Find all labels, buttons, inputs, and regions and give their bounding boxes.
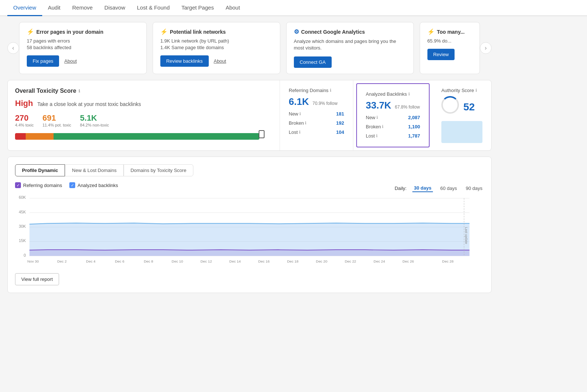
- svg-text:Last update: Last update: [464, 227, 468, 244]
- alert-card-networks: ⚡ Potential link networks 1.9K Link netw…: [153, 22, 280, 74]
- alert-about-button-0[interactable]: About: [64, 58, 77, 64]
- alerts-container: ‹ ⚡ Error pages in your domain 17 pages …: [7, 22, 492, 74]
- analyzed-broken-val: 1,100: [408, 124, 420, 129]
- alerts-scroll: ⚡ Error pages in your domain 17 pages wi…: [19, 22, 480, 74]
- nav-remove[interactable]: Remove: [66, 0, 99, 16]
- analyzed-new-val: 2,087: [408, 115, 420, 120]
- main-content: ‹ ⚡ Error pages in your domain 17 pages …: [0, 16, 499, 299]
- chart-footer: View full report: [15, 273, 484, 285]
- chart-daily-label: Daily:: [395, 186, 407, 191]
- ref-domains-follow: 70.9% follow: [313, 101, 338, 106]
- ref-broken-info-icon: ℹ: [305, 121, 306, 125]
- alert-title-networks: ⚡ Potential link networks: [160, 28, 273, 35]
- bolt-icon-3: ⚡: [427, 28, 435, 35]
- nav-disavow[interactable]: Disavow: [99, 0, 131, 16]
- svg-text:Dec 18: Dec 18: [287, 259, 299, 263]
- toxicity-title: Overall Toxicity Score ℹ: [15, 88, 272, 94]
- analyzed-lost-info-icon: ℹ: [376, 133, 378, 138]
- progress-non-toxic: [54, 133, 259, 140]
- toxicity-progress-bar: [15, 133, 259, 140]
- toxicity-panel: Overall Toxicity Score ℹ High Take a clo…: [8, 80, 280, 150]
- svg-text:15K: 15K: [19, 239, 26, 243]
- tab-new-lost-domains[interactable]: New & Lost Domains: [65, 164, 123, 176]
- progress-toxic: [15, 133, 26, 140]
- svg-text:Dec 24: Dec 24: [373, 259, 385, 263]
- legend-checkbox-blue: ✓: [69, 182, 75, 188]
- toxicity-description: Take a close look at your most toxic bac…: [37, 101, 141, 107]
- ref-domains-info-icon: ℹ: [330, 88, 331, 93]
- period-30-days[interactable]: 30 days: [412, 184, 433, 192]
- period-60-days[interactable]: 60 days: [439, 185, 459, 192]
- ref-new-info-icon: ℹ: [299, 111, 301, 116]
- svg-text:45K: 45K: [19, 210, 26, 214]
- alert-stat-net-1: 1.9K Link network (by URL path): [160, 38, 273, 44]
- nav-target-pages[interactable]: Target Pages: [176, 0, 220, 16]
- carousel-next-button[interactable]: ›: [480, 42, 492, 54]
- svg-text:0: 0: [23, 253, 26, 257]
- ref-domains-value: 6.1K: [289, 96, 309, 107]
- analyzed-new-row: New ℹ 2,087: [366, 115, 420, 120]
- svg-text:Dec 2: Dec 2: [57, 259, 67, 263]
- svg-text:Dec 10: Dec 10: [172, 259, 183, 263]
- ref-domains-lost-row: Lost ℹ 104: [289, 129, 344, 135]
- chart-legend-row: ✓ Referring domains ✓ Analyzed backlinks…: [15, 182, 484, 194]
- referring-domains-panel: Referring Domains ℹ 6.1K 70.9% follow Ne…: [280, 80, 353, 150]
- svg-text:Dec 20: Dec 20: [316, 259, 328, 263]
- ref-lost-info-icon: ℹ: [299, 130, 300, 135]
- bolt-icon: ⚡: [27, 28, 34, 35]
- svg-text:60K: 60K: [19, 195, 26, 200]
- nav-overview[interactable]: Overview: [7, 0, 42, 16]
- nav-about[interactable]: About: [220, 0, 246, 16]
- analyzed-new-info-icon: ℹ: [376, 115, 378, 120]
- toxicity-level: High: [15, 99, 33, 108]
- alert-card-analytics: ⚙ Connect Google Analytics Analyze which…: [286, 22, 414, 74]
- svg-text:Nov 30: Nov 30: [28, 259, 39, 263]
- svg-text:Dec 8: Dec 8: [144, 259, 153, 263]
- ref-domains-broken-row: Broken ℹ 192: [289, 120, 344, 126]
- alert-title-errors: ⚡ Error pages in your domain: [27, 28, 139, 35]
- connect-ga-button[interactable]: Connect GA: [294, 56, 332, 68]
- authority-score-title: Authority Score ℹ: [441, 88, 482, 93]
- svg-text:30K: 30K: [19, 224, 26, 229]
- analyzed-backlinks-value: 33.7K: [366, 100, 391, 111]
- carousel-prev-button[interactable]: ‹: [7, 42, 19, 54]
- nav-lost-found[interactable]: Lost & Found: [131, 0, 175, 16]
- gear-icon: ⚙: [294, 28, 299, 35]
- alert-stat-partial: 65.9% do...: [427, 38, 472, 44]
- ref-domains-new-val: 181: [336, 111, 344, 117]
- alert-title-analytics: ⚙ Connect Google Analytics: [294, 28, 406, 35]
- authority-score-panel: Authority Score ℹ 52: [433, 80, 491, 150]
- period-90-days[interactable]: 90 days: [464, 185, 484, 192]
- chart-svg: 60K 45K 30K 15K 0 Last update: [15, 194, 484, 267]
- alert-about-button-1[interactable]: About: [214, 58, 226, 64]
- analyzed-lost-row: Lost ℹ 1,787: [366, 133, 420, 139]
- alert-title-partial: ⚡ Too many...: [427, 28, 472, 35]
- ref-domains-new-row: New ℹ 181: [289, 111, 344, 117]
- chart-controls: Daily: 30 days 60 days 90 days: [395, 184, 484, 192]
- navigation: Overview Audit Remove Disavow Lost & Fou…: [0, 0, 587, 16]
- legend-analyzed-backlinks: ✓ Analyzed backlinks: [69, 182, 118, 188]
- review-button[interactable]: Review: [427, 49, 455, 60]
- authority-chart-placeholder: [441, 121, 482, 143]
- view-full-report-button[interactable]: View full report: [15, 273, 59, 285]
- svg-text:Dec 26: Dec 26: [402, 259, 414, 263]
- fix-pages-button[interactable]: Fix pages: [27, 55, 59, 67]
- tab-profile-dynamic[interactable]: Profile Dynamic: [15, 164, 65, 176]
- analyzed-info-icon: ℹ: [408, 92, 410, 96]
- chart-area: 60K 45K 30K 15K 0 Last update: [15, 194, 484, 267]
- chart-section: Profile Dynamic New & Lost Domains Domai…: [7, 157, 492, 293]
- analyzed-backlinks-follow: 67.8% follow: [395, 105, 420, 110]
- score-non-toxic: 5.1K 84.2% non-toxic: [80, 113, 109, 127]
- alert-stat-net-2: 1.4K Same page title domains: [160, 45, 273, 50]
- authority-info-icon: ℹ: [475, 88, 477, 93]
- svg-text:Dec 16: Dec 16: [258, 259, 270, 263]
- svg-text:Dec 22: Dec 22: [345, 259, 356, 263]
- nav-audit[interactable]: Audit: [42, 0, 66, 16]
- tab-domains-toxicity[interactable]: Domains by Toxicity Score: [124, 164, 193, 176]
- score-pot-toxic: 691 11.4% pot. toxic: [43, 113, 71, 127]
- authority-circle: [441, 96, 459, 114]
- review-backlinks-button[interactable]: Review backlinks: [160, 55, 209, 67]
- score-row: 270 4.4% toxic 691 11.4% pot. toxic 5.1K…: [15, 113, 272, 127]
- chart-tabs: Profile Dynamic New & Lost Domains Domai…: [15, 164, 484, 176]
- legend-checkbox-purple: ✓: [15, 182, 21, 188]
